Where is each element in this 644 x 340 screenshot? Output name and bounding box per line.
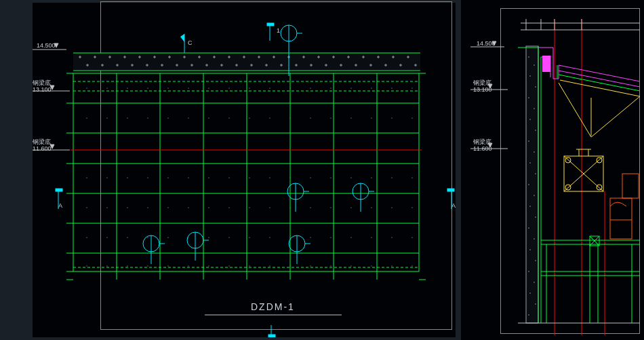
svg-point-283 <box>535 173 536 174</box>
svg-point-209 <box>127 207 128 208</box>
svg-point-249 <box>249 265 250 267</box>
svg-line-303 <box>559 75 640 91</box>
svg-point-240 <box>411 237 413 238</box>
svg-point-250 <box>269 265 270 267</box>
svg-point-247 <box>208 265 209 267</box>
svg-point-212 <box>188 207 189 208</box>
svg-point-248 <box>228 265 230 267</box>
svg-point-217 <box>289 207 291 208</box>
svg-point-227 <box>147 237 148 238</box>
svg-point-193 <box>147 177 148 178</box>
svg-point-186 <box>350 117 352 119</box>
svg-point-243 <box>127 265 128 267</box>
svg-point-210 <box>147 207 148 208</box>
svg-point-199 <box>269 177 270 178</box>
svg-point-242 <box>106 265 108 267</box>
cad-canvas[interactable]: DZDM-1 14.500 钢梁底 13.100 钢梁底 11.600 14.5… <box>0 0 644 340</box>
svg-point-182 <box>269 117 270 119</box>
svg-point-273 <box>534 64 535 66</box>
svg-point-173 <box>86 117 87 119</box>
svg-point-213 <box>208 207 209 208</box>
svg-point-228 <box>167 237 169 238</box>
svg-point-278 <box>529 119 531 120</box>
svg-point-185 <box>330 117 331 119</box>
svg-point-174 <box>106 117 108 119</box>
svg-point-167 <box>310 88 311 89</box>
svg-point-218 <box>310 207 311 208</box>
svg-point-158 <box>127 88 128 89</box>
svg-point-171 <box>391 88 393 89</box>
svg-point-238 <box>371 237 372 238</box>
fixture-icon <box>287 183 309 212</box>
svg-marker-8 <box>180 34 184 42</box>
svg-point-251 <box>289 265 291 267</box>
svg-point-206 <box>411 177 413 178</box>
svg-point-295 <box>535 303 536 305</box>
svg-point-246 <box>188 265 189 267</box>
svg-point-183 <box>289 117 291 119</box>
svg-point-253 <box>330 265 331 267</box>
svg-point-235 <box>310 237 311 238</box>
svg-point-164 <box>249 88 250 89</box>
svg-point-161 <box>188 88 189 89</box>
fixture-icon <box>187 232 209 261</box>
svg-rect-270 <box>526 46 538 323</box>
svg-point-220 <box>350 207 352 208</box>
svg-point-252 <box>310 265 311 267</box>
svg-point-205 <box>391 177 393 178</box>
svg-point-274 <box>529 75 531 77</box>
svg-point-286 <box>529 206 531 207</box>
svg-point-169 <box>350 88 352 89</box>
svg-point-188 <box>391 117 393 119</box>
svg-point-163 <box>228 88 230 89</box>
svg-point-175 <box>127 117 128 119</box>
svg-point-293 <box>534 282 535 283</box>
svg-point-219 <box>330 207 331 208</box>
svg-point-194 <box>167 177 169 178</box>
svg-point-279 <box>535 130 536 131</box>
svg-point-165 <box>269 88 270 89</box>
svg-point-207 <box>86 207 87 208</box>
svg-point-177 <box>167 117 169 119</box>
svg-point-254 <box>350 265 352 267</box>
svg-point-189 <box>411 117 413 119</box>
svg-point-214 <box>228 207 230 208</box>
svg-point-170 <box>371 88 372 89</box>
svg-point-282 <box>529 162 531 164</box>
svg-point-281 <box>534 151 535 153</box>
svg-point-272 <box>528 56 529 58</box>
svg-point-197 <box>228 177 230 178</box>
svg-point-236 <box>330 237 331 238</box>
svg-point-280 <box>528 140 529 142</box>
svg-point-203 <box>350 177 352 178</box>
svg-rect-319 <box>622 174 639 198</box>
svg-point-204 <box>371 177 372 178</box>
svg-point-276 <box>528 97 529 98</box>
svg-point-172 <box>411 88 413 89</box>
svg-point-225 <box>106 237 108 238</box>
svg-point-231 <box>228 237 230 238</box>
svg-point-288 <box>528 227 529 229</box>
svg-point-159 <box>147 88 148 89</box>
svg-point-255 <box>371 265 372 267</box>
svg-point-180 <box>228 117 230 119</box>
svg-rect-6 <box>447 189 454 191</box>
svg-point-229 <box>188 237 189 238</box>
svg-rect-15 <box>73 53 420 71</box>
svg-point-241 <box>86 265 87 267</box>
svg-point-291 <box>535 260 536 261</box>
svg-point-244 <box>147 265 148 267</box>
equipment-icon <box>564 149 603 191</box>
svg-point-198 <box>249 177 250 178</box>
left-view-svg <box>33 3 466 337</box>
svg-point-208 <box>106 207 108 208</box>
svg-point-221 <box>371 207 372 208</box>
svg-point-195 <box>188 177 189 178</box>
fixture-icon <box>353 183 374 212</box>
svg-point-196 <box>208 177 209 178</box>
svg-point-187 <box>371 117 372 119</box>
svg-point-166 <box>289 88 291 89</box>
svg-point-223 <box>411 207 413 208</box>
svg-point-239 <box>391 237 393 238</box>
svg-point-222 <box>391 207 393 208</box>
